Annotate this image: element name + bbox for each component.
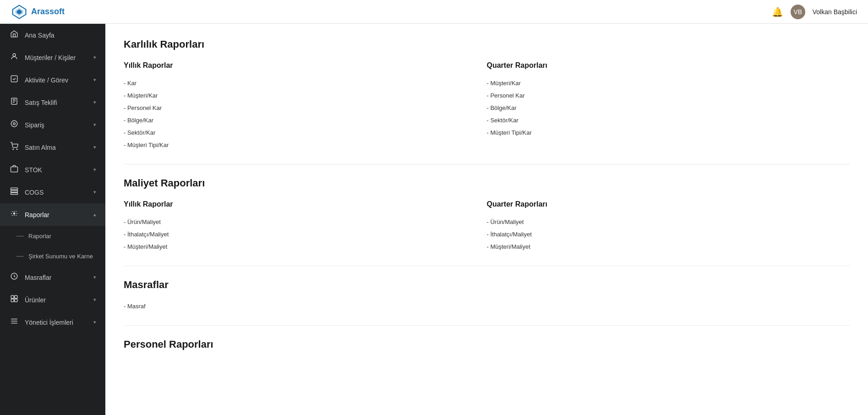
sidebar-label-raporlar: Raporlar: [25, 211, 88, 218]
karlilik-quarter-item-5[interactable]: - Müşteri Tipi/Kar: [487, 126, 850, 139]
sidebar-item-yonetici[interactable]: Yönetici İşlemleri ▾: [0, 311, 105, 333]
sidebar-item-raporlar-sub[interactable]: — Raporlar: [0, 226, 105, 246]
karlilik-yillik-item-1[interactable]: - Kar: [124, 77, 487, 89]
svg-rect-4: [11, 76, 17, 82]
karlilik-yillik-item-2[interactable]: - Müşteri/Kar: [124, 89, 487, 102]
maliyet-quarter-item-1[interactable]: - Ürün/Maliyet: [487, 216, 850, 228]
sidebar-item-masraflar[interactable]: Masraflar ▾: [0, 266, 105, 289]
svg-rect-18: [11, 299, 14, 302]
svg-point-6: [11, 120, 17, 127]
svg-rect-17: [15, 295, 17, 298]
sidebar-item-urunler[interactable]: Ürünler ▾: [0, 289, 105, 311]
sidebar-label-siparis: Sipariş: [25, 121, 88, 129]
svg-rect-16: [11, 295, 14, 298]
maliyet-yillik-item-1[interactable]: - Ürün/Maliyet: [124, 216, 487, 228]
maliyet-grid: Yıllık Raporlar - Ürün/Maliyet - İthalat…: [124, 200, 850, 253]
sidebar-label-sirket-sub: Şirket Sunumu ve Karne: [28, 253, 96, 260]
chevron-down-icon: ▾: [93, 99, 96, 105]
svg-point-7: [13, 123, 16, 125]
home-icon: [9, 30, 19, 40]
logo-area: Arassoft: [11, 4, 65, 20]
sidebar: Ana Sayfa Müşteriler / Kişiler ▾ Aktivit…: [0, 24, 105, 415]
maliyet-quarter-item-3[interactable]: - Müşteri/Maliyet: [487, 240, 850, 253]
sidebar-label-musteriler: Müşteriler / Kişiler: [25, 54, 88, 61]
karlilik-yillik-item-3[interactable]: - Personel Kar: [124, 102, 487, 114]
chevron-down-icon: ▾: [93, 167, 96, 173]
sidebar-item-satin-alma[interactable]: Satın Alma ▾: [0, 136, 105, 158]
cogs-icon: [9, 187, 19, 197]
karlilik-yillik-item-5[interactable]: - Sektör/Kar: [124, 126, 487, 139]
divider-3: [124, 325, 850, 326]
karlilik-quarter-item-1[interactable]: - Müşteri/Kar: [487, 77, 850, 89]
sidebar-label-satin-alma: Satın Alma: [25, 144, 88, 151]
dash-icon: —: [16, 232, 23, 240]
masraflar-title: Masraflar: [124, 279, 850, 291]
svg-rect-12: [11, 191, 18, 192]
sidebar-item-aktivite[interactable]: Aktivite / Görev ▾: [0, 69, 105, 91]
reports-icon: [9, 209, 19, 220]
karlilik-section: Karlılık Raporları Yıllık Raporlar - Kar…: [124, 38, 850, 151]
maliyet-yillik-title: Yıllık Raporlar: [124, 200, 487, 208]
svg-rect-19: [15, 299, 17, 302]
order-icon: [9, 120, 19, 130]
sidebar-item-ana-sayfa[interactable]: Ana Sayfa: [0, 24, 105, 46]
svg-rect-13: [11, 193, 18, 195]
karlilik-quarter-item-4[interactable]: - Sektör/Kar: [487, 114, 850, 126]
karlilik-yillik-col: Yıllık Raporlar - Kar - Müşteri/Kar - Pe…: [124, 61, 487, 151]
maliyet-quarter-item-2[interactable]: - İthalatçı/Maliyet: [487, 228, 850, 240]
sidebar-item-sirket-sub[interactable]: — Şirket Sunumu ve Karne: [0, 246, 105, 266]
header: Arassoft 🔔 VB Volkan Başbilici: [0, 0, 868, 24]
chevron-down-icon: ▾: [93, 77, 96, 83]
sidebar-label-ana-sayfa: Ana Sayfa: [25, 32, 96, 39]
sidebar-item-stok[interactable]: STOK ▾: [0, 158, 105, 181]
chevron-up-icon: ▴: [93, 212, 96, 218]
maliyet-quarter-title: Quarter Raporları: [487, 200, 850, 208]
masraflar-item-1[interactable]: - Masraf: [124, 300, 850, 312]
chevron-down-icon: ▾: [93, 274, 96, 280]
sidebar-label-raporlar-sub: Raporlar: [28, 233, 96, 240]
karlilik-yillik-title: Yıllık Raporlar: [124, 61, 487, 70]
sidebar-label-satis-teklifi: Satış Teklifi: [25, 99, 88, 106]
dash-icon: —: [16, 252, 23, 260]
maliyet-title: Maliyet Raporları: [124, 177, 850, 189]
stock-icon: [9, 164, 19, 175]
divider-1: [124, 164, 850, 164]
karlilik-yillik-item-6[interactable]: - Müşteri Tipi/Kar: [124, 139, 487, 151]
task-icon: [9, 75, 19, 85]
maliyet-yillik-col: Yıllık Raporlar - Ürün/Maliyet - İthalat…: [124, 200, 487, 253]
logo-text: Arassoft: [31, 7, 65, 16]
sidebar-item-musteriler[interactable]: Müşteriler / Kişiler ▾: [0, 46, 105, 69]
chevron-down-icon: ▾: [93, 144, 96, 150]
chevron-down-icon: ▾: [93, 55, 96, 60]
expense-icon: [9, 272, 19, 283]
avatar: VB: [791, 5, 805, 19]
layout: Ana Sayfa Müşteriler / Kişiler ▾ Aktivit…: [0, 24, 868, 415]
sidebar-label-urunler: Ürünler: [25, 296, 88, 304]
divider-2: [124, 266, 850, 266]
karlilik-quarter-item-2[interactable]: - Personel Kar: [487, 89, 850, 102]
sidebar-item-raporlar[interactable]: Raporlar ▴: [0, 203, 105, 226]
masraflar-section: Masraflar - Masraf: [124, 279, 850, 312]
maliyet-yillik-item-3[interactable]: - Müşteri/Maliyet: [124, 240, 487, 253]
karlilik-quarter-title: Quarter Raporları: [487, 61, 850, 70]
purchase-icon: [9, 142, 19, 153]
main-content: Karlılık Raporları Yıllık Raporlar - Kar…: [105, 24, 868, 415]
sidebar-label-aktivite: Aktivite / Görev: [25, 76, 88, 84]
sidebar-label-masraflar: Masraflar: [25, 274, 88, 281]
bell-icon[interactable]: 🔔: [772, 6, 783, 17]
chevron-down-icon: ▾: [93, 189, 96, 195]
personel-title: Personel Raporları: [124, 339, 850, 350]
karlilik-yillik-item-4[interactable]: - Bölge/Kar: [124, 114, 487, 126]
admin-icon: [9, 317, 19, 328]
header-right: 🔔 VB Volkan Başbilici: [772, 5, 857, 19]
karlilik-quarter-item-3[interactable]: - Bölge/Kar: [487, 102, 850, 114]
sidebar-item-cogs[interactable]: COGS ▾: [0, 181, 105, 203]
karlilik-title: Karlılık Raporları: [124, 38, 850, 50]
logo-icon: [11, 4, 27, 20]
maliyet-yillik-item-2[interactable]: - İthalatçı/Maliyet: [124, 228, 487, 240]
karlilik-grid: Yıllık Raporlar - Kar - Müşteri/Kar - Pe…: [124, 61, 850, 151]
svg-point-3: [13, 54, 16, 56]
karlilik-quarter-col: Quarter Raporları - Müşteri/Kar - Person…: [487, 61, 850, 151]
sidebar-item-siparis[interactable]: Sipariş ▾: [0, 114, 105, 136]
sidebar-item-satis-teklifi[interactable]: Satış Teklifi ▾: [0, 91, 105, 114]
